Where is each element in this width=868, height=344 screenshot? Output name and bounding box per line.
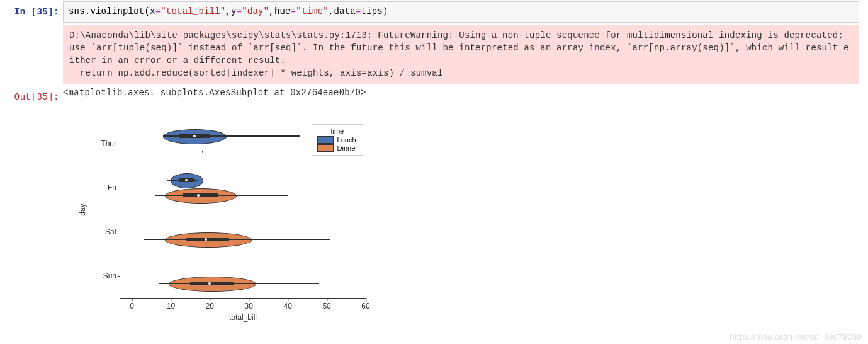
- swatch-icon: [317, 136, 334, 144]
- median-dot: [208, 282, 211, 285]
- stderr-cell: D:\Anaconda\lib\site-packages\scipy\stat…: [0, 24, 868, 85]
- output-text: <matplotlib.axes._subplots.AxesSubplot a…: [63, 86, 868, 98]
- out-prompt-prefix: Out[: [14, 92, 37, 102]
- x-tick-label: 0: [130, 302, 134, 311]
- legend-label: Dinner: [337, 144, 358, 152]
- code-token: tips): [361, 6, 388, 16]
- x-tick-label: 40: [284, 302, 292, 311]
- out-prompt-suffix: ]:: [48, 92, 59, 102]
- x-tick-label: 10: [167, 302, 175, 311]
- in-prompt-prefix: In [: [14, 7, 37, 17]
- plot-cell: day total_bill time Lunch Dinner ThurFri…: [0, 106, 868, 324]
- y-tick-label: Sun: [89, 272, 116, 280]
- legend: time Lunch Dinner: [312, 124, 363, 156]
- warning-output: D:\Anaconda\lib\site-packages\scipy\stat…: [63, 25, 859, 84]
- in-prompt-num: 35: [37, 7, 48, 17]
- code-token: "total_bill": [161, 6, 225, 16]
- y-axis-label: day: [78, 204, 87, 215]
- y-tick-label: Sat: [89, 227, 116, 236]
- box: [183, 193, 218, 197]
- x-tick-label: 50: [322, 302, 330, 311]
- median-dot: [197, 194, 200, 197]
- legend-title: time: [317, 127, 358, 135]
- code-token: ,hue: [269, 6, 290, 16]
- x-tick-label: 60: [361, 302, 369, 311]
- plot-output: day total_bill time Lunch Dinner ThurFri…: [63, 108, 868, 323]
- violin-plot: day total_bill time Lunch Dinner ThurFri…: [63, 115, 378, 323]
- code-token: ,data: [329, 6, 356, 16]
- box: [190, 282, 233, 285]
- code-token: =: [155, 6, 161, 16]
- out-prompt-num: 35: [37, 92, 48, 102]
- code-token: =: [356, 6, 361, 16]
- empty-prompt: [0, 108, 63, 115]
- code-token: "time": [296, 6, 329, 16]
- code-token: =: [237, 6, 242, 16]
- output-cell: Out[35]: <matplotlib.axes._subplots.Axes…: [0, 85, 868, 106]
- whisker-line: [155, 195, 288, 196]
- in-prompt-suffix: ]:: [48, 7, 59, 17]
- y-tick-label: Fri: [89, 183, 116, 192]
- axes: day total_bill time Lunch Dinner ThurFri…: [120, 122, 366, 299]
- input-cell: In [35]: sns.violinplot(x="total_bill",y…: [0, 0, 868, 24]
- swatch-icon: [317, 144, 334, 152]
- code-token: ,y: [225, 6, 236, 16]
- code-input[interactable]: sns.violinplot(x="total_bill",y="day",hu…: [63, 1, 859, 23]
- legend-label: Lunch: [337, 136, 356, 144]
- out-prompt: Out[35]:: [0, 86, 63, 105]
- median-dot: [193, 135, 196, 137]
- code-token: "day": [242, 6, 269, 16]
- x-axis-label: total_bill: [229, 313, 257, 322]
- code-token: =: [291, 6, 296, 16]
- code-token: sns.violinplot(x: [69, 6, 155, 16]
- in-prompt: In [35]:: [0, 1, 63, 20]
- box: [186, 238, 229, 241]
- violin-body: [202, 151, 203, 153]
- empty-prompt: [0, 25, 63, 33]
- legend-entry-dinner: Dinner: [317, 144, 358, 152]
- whisker-line: [144, 239, 330, 240]
- whisker-line: [159, 283, 319, 284]
- y-tick-label: Thur: [89, 139, 116, 148]
- legend-entry-lunch: Lunch: [317, 136, 358, 144]
- x-tick-label: 20: [206, 302, 214, 311]
- median-dot: [205, 238, 207, 241]
- x-tick-label: 30: [245, 302, 253, 311]
- median-dot: [185, 179, 188, 181]
